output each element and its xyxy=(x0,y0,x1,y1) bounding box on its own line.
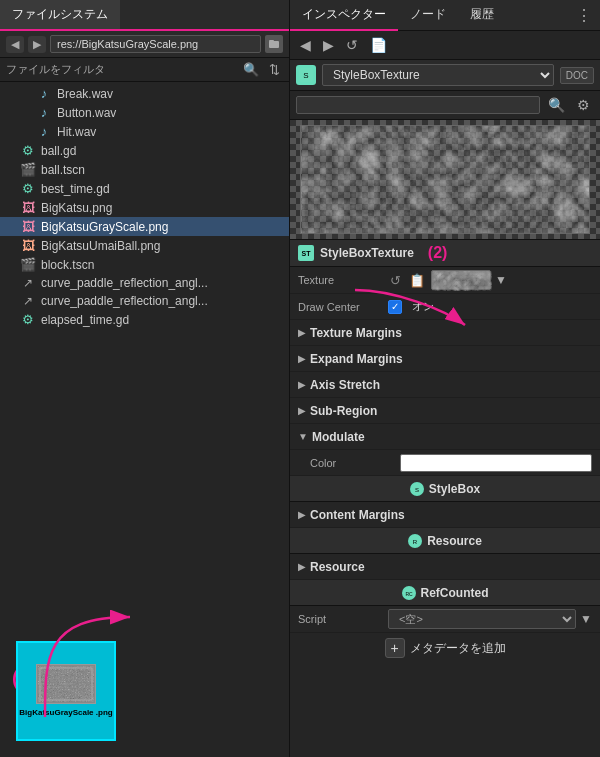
file-name: BigKatsuGrayScale.png xyxy=(41,220,168,234)
texture-controls: ↺ 📋 ▼ xyxy=(388,270,592,290)
modulate-label: Modulate xyxy=(312,430,365,444)
filter-icon[interactable]: ⇅ xyxy=(266,62,283,77)
chevron-right-icon: ▶ xyxy=(298,509,306,520)
script-controls: <空> ▼ xyxy=(388,609,592,629)
list-item[interactable]: 🖼 BigKatsu.png xyxy=(0,198,289,217)
texture-thumbnail[interactable] xyxy=(431,270,491,290)
file-name: curve_paddle_reflection_angl... xyxy=(41,276,208,290)
file-name: block.tscn xyxy=(41,258,94,272)
resource-icon: R xyxy=(408,534,422,548)
list-item[interactable]: ♪ Hit.wav xyxy=(0,122,289,141)
inspector-menu-button[interactable]: ⋮ xyxy=(568,0,600,30)
draw-center-value: オン xyxy=(412,299,434,314)
class-doc-button[interactable]: DOC xyxy=(560,67,594,84)
toolbar-doc-button[interactable]: 📄 xyxy=(366,35,391,55)
toolbar-forward-button[interactable]: ▶ xyxy=(319,35,338,55)
texture-reset-button[interactable]: ↺ xyxy=(388,273,403,288)
draw-center-checkbox[interactable]: ✓ xyxy=(388,300,402,314)
chevron-right-icon: ▶ xyxy=(298,353,306,364)
inspector-content: ST StyleBoxTexture (2) Texture ↺ 📋 xyxy=(290,120,600,757)
list-item[interactable]: ⚙ elapsed_time.gd xyxy=(0,310,289,329)
resource-label: Resource xyxy=(310,560,365,574)
stylebox-icon: S xyxy=(410,482,424,496)
texture-margins-label: Texture Margins xyxy=(310,326,402,340)
inspector-toolbar: ◀ ▶ ↺ 📄 xyxy=(290,31,600,60)
list-item[interactable]: ⚙ ball.gd xyxy=(0,141,289,160)
forward-button[interactable]: ▶ xyxy=(28,36,46,53)
resource-expand-section[interactable]: ▶ Resource xyxy=(290,554,600,580)
file-tab-bar: ファイルシステム xyxy=(0,0,289,31)
color-property-row: Color xyxy=(290,450,600,476)
annotation-2-label: (2) xyxy=(428,244,448,262)
toolbar-reload-button[interactable]: ↺ xyxy=(342,35,362,55)
file-name: ball.tscn xyxy=(41,163,85,177)
expand-margins-label: Expand Margins xyxy=(310,352,403,366)
tscn-icon: 🎬 xyxy=(20,162,36,177)
list-item[interactable]: ↗ curve_paddle_reflection_angl... xyxy=(0,292,289,310)
modulate-section[interactable]: ▼ Modulate xyxy=(290,424,600,450)
script-dropdown-button[interactable]: ▼ xyxy=(580,612,592,626)
tscn-icon: 🎬 xyxy=(20,257,36,272)
filter-settings-btn[interactable]: ⚙ xyxy=(573,95,594,115)
svg-text:ST: ST xyxy=(302,250,312,257)
color-swatch[interactable] xyxy=(400,454,592,472)
color-label: Color xyxy=(310,457,400,469)
draw-center-label: Draw Center xyxy=(298,301,388,313)
list-item-selected[interactable]: 🖼 BigKatsuGrayScale.png xyxy=(0,217,289,236)
chevron-right-icon: ▶ xyxy=(298,405,306,416)
preview-thumbnail xyxy=(36,664,96,704)
preview-container: BigKatsuGrayScale .png xyxy=(16,641,116,741)
list-item[interactable]: ♪ Button.wav xyxy=(0,103,289,122)
add-metadata-row[interactable]: + メタデータを追加 xyxy=(290,633,600,663)
expand-margins-section[interactable]: ▶ Expand Margins xyxy=(290,346,600,372)
class-icon: S xyxy=(296,65,316,85)
breadcrumb[interactable]: res://BigKatsuGrayScale.png xyxy=(50,35,261,53)
axis-stretch-label: Axis Stretch xyxy=(310,378,380,392)
list-item[interactable]: ↗ curve_paddle_reflection_angl... xyxy=(0,274,289,292)
folder-icon[interactable] xyxy=(265,35,283,53)
right-panel: インスペクター ノード 履歴 ⋮ ◀ ▶ ↺ 📄 S StyleBoxTextu… xyxy=(290,0,600,757)
history-tab[interactable]: 履歴 xyxy=(458,0,506,31)
toolbar-back-button[interactable]: ◀ xyxy=(296,35,315,55)
curve-icon: ↗ xyxy=(20,294,36,308)
texture-property-row: Texture ↺ 📋 ▼ xyxy=(290,267,600,294)
texture-label: Texture xyxy=(298,274,388,286)
chevron-right-icon: ▶ xyxy=(298,379,306,390)
texture-edit-button[interactable]: 📋 xyxy=(407,273,427,288)
script-select[interactable]: <空> xyxy=(388,609,576,629)
sub-region-section[interactable]: ▶ Sub-Region xyxy=(290,398,600,424)
check-icon: ✓ xyxy=(391,302,399,312)
search-icon[interactable]: 🔍 xyxy=(240,62,262,77)
filter-label: ファイルをフィルタ xyxy=(6,62,105,77)
node-tab[interactable]: ノード xyxy=(398,0,458,31)
script-label: Script xyxy=(298,613,388,625)
texture-margins-section[interactable]: ▶ Texture Margins xyxy=(290,320,600,346)
preview-box: BigKatsuGrayScale .png xyxy=(16,641,116,741)
add-metadata-button[interactable]: + xyxy=(385,638,405,658)
list-item[interactable]: 🎬 ball.tscn xyxy=(0,160,289,179)
filesystem-tab[interactable]: ファイルシステム xyxy=(0,0,120,31)
list-item[interactable]: ♪ Break.wav xyxy=(0,84,289,103)
class-name-select[interactable]: StyleBoxTexture xyxy=(322,64,554,86)
left-panel: ファイルシステム ◀ ▶ res://BigKatsuGrayScale.png… xyxy=(0,0,290,757)
content-margins-section[interactable]: ▶ Content Margins xyxy=(290,502,600,528)
search-input[interactable] xyxy=(296,96,540,114)
inspector-tab[interactable]: インスペクター xyxy=(290,0,398,31)
wav-icon: ♪ xyxy=(36,124,52,139)
svg-text:RC: RC xyxy=(405,591,413,597)
list-item[interactable]: 🎬 block.tscn xyxy=(0,255,289,274)
stylebox-subsection: S StyleBox xyxy=(290,476,600,502)
file-name: curve_paddle_reflection_angl... xyxy=(41,294,208,308)
add-metadata-label: メタデータを追加 xyxy=(410,640,506,657)
content-margins-label: Content Margins xyxy=(310,508,405,522)
texture-dropdown-button[interactable]: ▼ xyxy=(495,273,507,287)
search-icon-btn[interactable]: 🔍 xyxy=(544,95,569,115)
file-list: ♪ Break.wav ♪ Button.wav ♪ Hit.wav ⚙ bal… xyxy=(0,82,289,597)
stylebox-header-label: StyleBoxTexture xyxy=(320,246,414,260)
svg-text:S: S xyxy=(415,487,419,493)
chevron-right-icon: ▶ xyxy=(298,327,306,338)
list-item[interactable]: 🖼 BigKatsuUmaiBall.png xyxy=(0,236,289,255)
back-button[interactable]: ◀ xyxy=(6,36,24,53)
list-item[interactable]: ⚙ best_time.gd xyxy=(0,179,289,198)
axis-stretch-section[interactable]: ▶ Axis Stretch xyxy=(290,372,600,398)
